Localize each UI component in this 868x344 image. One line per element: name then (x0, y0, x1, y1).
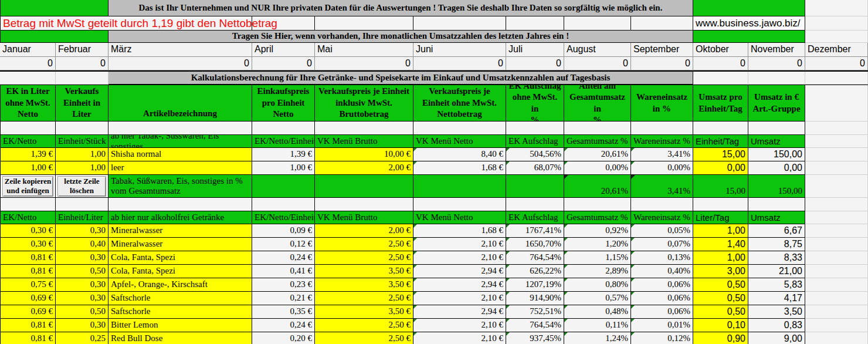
cell-einheit-tag[interactable]: 0,00 (693, 161, 748, 175)
cell-ek-netto[interactable]: 0,69 € (0, 292, 56, 305)
cell-ek-einheit[interactable]: 1,39 € (252, 148, 315, 161)
cell-wareneinsatz[interactable]: 0,40% (631, 265, 693, 278)
empty-cell[interactable] (506, 16, 564, 31)
cell-gesamtumsatz[interactable]: 0,80% (564, 278, 631, 292)
cell-aufschlag[interactable]: 68,07% (506, 161, 564, 175)
empty-cell[interactable] (108, 198, 252, 211)
month-value-cell[interactable]: 0 (56, 57, 108, 70)
empty-cell[interactable] (108, 122, 252, 135)
cell-vk-brutto[interactable]: 2,00 € (315, 161, 413, 175)
cell-wareneinsatz[interactable]: 0,13% (631, 251, 693, 265)
cell-wareneinsatz[interactable]: 0,00% (631, 161, 693, 175)
cell-wareneinsatz[interactable]: 0,12% (631, 332, 693, 344)
cell-artikel[interactable]: Cola, Fanta, Spezi (108, 251, 252, 265)
month-value-cell[interactable]: 0 (631, 57, 693, 70)
cell-vk-brutto[interactable]: 10,00 € (315, 148, 413, 161)
cell-wareneinsatz[interactable]: 0,01% (631, 319, 693, 332)
cell-aufschlag[interactable]: 937,45% (506, 332, 564, 344)
month-value-cell[interactable]: 0 (805, 57, 868, 70)
month-value-cell[interactable]: 0 (693, 57, 748, 70)
cell-ek-einheit[interactable]: 0,23 € (252, 278, 315, 292)
cell-einheit[interactable]: 1,00 (56, 148, 108, 161)
cell-aufschlag[interactable]: 1207,19% (506, 278, 564, 292)
empty-cell[interactable] (252, 198, 315, 211)
cell-umsatz[interactable]: 8,33 (748, 251, 805, 265)
cell-umsatz[interactable]: 0,00 (748, 161, 805, 175)
cell-vk-brutto[interactable]: 2,50 € (315, 292, 413, 305)
cell-vk-netto[interactable]: 2,10 € (413, 292, 506, 305)
cell-vk-brutto[interactable]: 2,50 € (315, 319, 413, 332)
cell-ek-netto[interactable]: 0,69 € (0, 305, 56, 319)
cell-umsatz[interactable]: 3,50 (748, 305, 805, 319)
cell-gesamtumsatz[interactable]: 20,61% (564, 148, 631, 161)
empty-cell[interactable] (631, 198, 693, 211)
month-value-cell[interactable]: 0 (506, 57, 564, 70)
month-value-cell[interactable]: 0 (413, 57, 506, 70)
cell-vk-netto[interactable]: 2,94 € (413, 278, 506, 292)
cell-aufschlag[interactable]: 752,51% (506, 305, 564, 319)
empty-cell[interactable] (0, 198, 56, 211)
cell-ek-netto[interactable]: 0,81 € (0, 319, 56, 332)
cell-artikel[interactable]: Red Bull Dose (108, 332, 252, 344)
empty-cell[interactable] (564, 198, 631, 211)
cell-einheit[interactable]: 0,50 (56, 265, 108, 278)
month-value-cell[interactable]: 0 (315, 57, 413, 70)
empty-cell[interactable] (252, 122, 315, 135)
empty-cell[interactable] (315, 198, 413, 211)
empty-cell[interactable] (693, 198, 748, 211)
cell-vk-netto[interactable]: 2,10 € (413, 319, 506, 332)
cell-einheit[interactable]: 0,50 (56, 305, 108, 319)
cell-vk-netto[interactable]: 1,68 € (413, 224, 506, 238)
cell-liter-tag[interactable]: 1,00 (693, 251, 748, 265)
cell-artikel[interactable]: Saftschorle (108, 292, 252, 305)
cell-aufschlag[interactable]: 764,54% (506, 319, 564, 332)
cell-ek-einheit[interactable]: 1,00 € (252, 161, 315, 175)
cell-gesamtumsatz[interactable]: 0,57% (564, 292, 631, 305)
cell-vk-netto[interactable]: 2,10 € (413, 332, 506, 344)
empty-cell[interactable] (564, 122, 631, 135)
empty-cell[interactable] (506, 198, 564, 211)
cell-umsatz[interactable]: 4,17 (748, 292, 805, 305)
cell-artikel[interactable]: Saftschorle (108, 305, 252, 319)
cell-einheit[interactable]: 0,30 (56, 251, 108, 265)
cell-gesamtumsatz[interactable]: 1,20% (564, 238, 631, 251)
cell-vk-netto[interactable]: 2,10 € (413, 251, 506, 265)
cell-artikel[interactable]: Apfel-, Orange-, Kirschsaft (108, 278, 252, 292)
empty-cell[interactable] (413, 16, 506, 31)
empty-cell[interactable] (413, 122, 506, 135)
cell-vk-netto[interactable]: 2,10 € (413, 238, 506, 251)
summary-gesamtumsatz[interactable]: 20,61% (564, 175, 631, 198)
website-link[interactable]: www.business.jawo.biz/ (693, 16, 805, 31)
empty-cell[interactable] (315, 122, 413, 135)
cell-vk-brutto[interactable]: 3,50 € (315, 278, 413, 292)
cell-aufschlag[interactable]: 914,90% (506, 292, 564, 305)
empty-cell[interactable] (0, 122, 56, 135)
cell-umsatz[interactable]: 6,67 (748, 224, 805, 238)
cell-gesamtumsatz[interactable]: 1,24% (564, 332, 631, 344)
cell-aufschlag[interactable]: 504,56% (506, 148, 564, 161)
cell-liter-tag[interactable]: 0,50 (693, 305, 748, 319)
empty-cell[interactable] (631, 122, 693, 135)
cell-wareneinsatz[interactable]: 0,05% (631, 224, 693, 238)
cell-ek-einheit[interactable]: 0,09 € (252, 224, 315, 238)
month-value-cell[interactable]: 0 (564, 57, 631, 70)
cell-artikel[interactable]: leer (108, 161, 252, 175)
cell-aufschlag[interactable]: 764,54% (506, 251, 564, 265)
cell-vk-brutto[interactable]: 2,50 € (315, 238, 413, 251)
cell-artikel[interactable]: Mineralwasser (108, 238, 252, 251)
cell-gesamtumsatz[interactable]: 0,00% (564, 161, 631, 175)
cell-einheit[interactable]: 0,25 (56, 332, 108, 344)
cell-artikel[interactable]: Bitter Lemon (108, 319, 252, 332)
summary-umsatz[interactable]: 150,00 (748, 175, 805, 198)
empty-cell[interactable] (631, 16, 693, 31)
empty-cell[interactable] (693, 122, 748, 135)
empty-cell[interactable] (748, 122, 805, 135)
cell-einheit[interactable]: 1,00 (56, 161, 108, 175)
empty-cell[interactable] (748, 198, 805, 211)
cell-einheit[interactable]: 0,30 (56, 224, 108, 238)
month-value-cell[interactable]: 0 (108, 57, 252, 70)
cell-vk-netto[interactable]: 1,68 € (413, 161, 506, 175)
cell-ek-einheit[interactable]: 0,21 € (252, 292, 315, 305)
cell-ek-netto[interactable]: 0,81 € (0, 332, 56, 344)
cell-aufschlag[interactable]: 1767,41% (506, 224, 564, 238)
